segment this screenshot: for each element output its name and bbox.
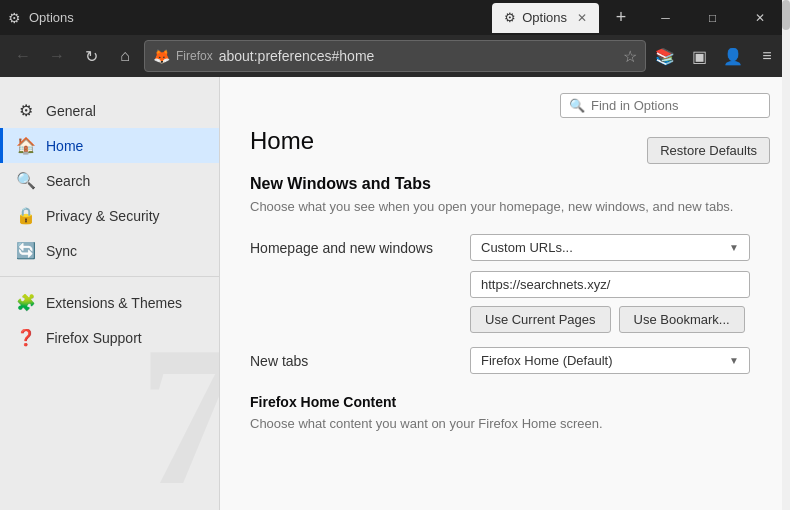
tab-close-button[interactable]: ✕ <box>577 11 587 25</box>
options-icon: ⚙ <box>8 10 21 26</box>
homepage-url-input[interactable] <box>470 271 750 298</box>
reload-button[interactable]: ↻ <box>76 41 106 71</box>
bookmark-star-icon[interactable]: ☆ <box>623 47 637 66</box>
use-current-pages-button[interactable]: Use Current Pages <box>470 306 611 333</box>
find-search-icon: 🔍 <box>569 98 585 113</box>
find-options-input[interactable] <box>591 98 761 113</box>
sync-icon: 🔄 <box>16 241 36 260</box>
options-tab[interactable]: ⚙ Options ✕ <box>492 3 599 33</box>
title-bar: ⚙ Options ⚙ Options ✕ + ─ □ ✕ <box>0 0 790 35</box>
profile-icon[interactable]: 👤 <box>718 41 748 71</box>
sidebar-item-label-privacy: Privacy & Security <box>46 208 160 224</box>
use-bookmark-button[interactable]: Use Bookmark... <box>619 306 745 333</box>
forward-button[interactable]: → <box>42 41 72 71</box>
window-controls: ─ □ ✕ <box>643 0 782 35</box>
homepage-label: Homepage and new windows <box>250 240 450 256</box>
sidebar-divider <box>0 276 219 277</box>
sidebar-item-home[interactable]: 🏠 Home <box>0 128 219 163</box>
homepage-dropdown-value: Custom URLs... <box>481 240 573 255</box>
nav-right-icons: 📚 ▣ 👤 ≡ <box>650 41 782 71</box>
back-button[interactable]: ← <box>8 41 38 71</box>
firefox-home-desc: Choose what content you want on your Fir… <box>250 416 760 431</box>
restore-defaults-button[interactable]: Restore Defaults <box>647 137 770 164</box>
search-icon: 🔍 <box>16 171 36 190</box>
tab-title: Options <box>522 10 567 25</box>
new-tabs-dropdown[interactable]: Firefox Home (Default) ▼ <box>470 347 750 374</box>
sidebar-item-label-sync: Sync <box>46 243 77 259</box>
url-input-row <box>470 271 760 298</box>
general-icon: ⚙ <box>16 101 36 120</box>
sidebar-item-label-support: Firefox Support <box>46 330 142 346</box>
url-bar[interactable]: 🦊 Firefox ☆ <box>144 40 646 72</box>
sidebar-item-support[interactable]: ❓ Firefox Support <box>0 320 219 355</box>
menu-button[interactable]: ≡ <box>752 41 782 71</box>
find-options-container[interactable]: 🔍 <box>560 93 770 118</box>
maximize-button[interactable]: □ <box>690 0 735 35</box>
homepage-row: Homepage and new windows Custom URLs... … <box>250 234 760 261</box>
new-tab-button[interactable]: + <box>607 4 635 32</box>
content-area: 🔍 Home Restore Defaults New Windows and … <box>220 77 790 510</box>
scrollbar-track <box>782 0 790 510</box>
dropdown-arrow-icon: ▼ <box>729 242 739 253</box>
new-windows-section-desc: Choose what you see when you open your h… <box>250 199 760 214</box>
url-input[interactable] <box>219 48 617 64</box>
sidebar-item-label-extensions: Extensions & Themes <box>46 295 182 311</box>
new-tabs-dropdown-value: Firefox Home (Default) <box>481 353 612 368</box>
tab-icon: ⚙ <box>504 10 516 25</box>
sidebar-item-label-search: Search <box>46 173 90 189</box>
lock-icon: 🔒 <box>16 206 36 225</box>
extensions-icon: 🧩 <box>16 293 36 312</box>
close-button[interactable]: ✕ <box>737 0 782 35</box>
homepage-btn-row: Use Current Pages Use Bookmark... <box>470 306 760 333</box>
find-options-bar: 🔍 <box>560 93 770 118</box>
sidebar-item-extensions[interactable]: 🧩 Extensions & Themes <box>0 285 219 320</box>
support-icon: ❓ <box>16 328 36 347</box>
firefox-logo-icon: 🦊 <box>153 48 170 64</box>
firefox-home-title: Firefox Home Content <box>250 394 760 410</box>
new-tabs-label: New tabs <box>250 353 450 369</box>
containers-icon[interactable]: ▣ <box>684 41 714 71</box>
sidebar-item-search[interactable]: 🔍 Search <box>0 163 219 198</box>
new-windows-section-title: New Windows and Tabs <box>250 175 760 193</box>
title-bar-title: Options <box>29 10 484 25</box>
sidebar-item-label-home: Home <box>46 138 83 154</box>
sidebar-item-general[interactable]: ⚙ General <box>0 93 219 128</box>
sidebar-item-sync[interactable]: 🔄 Sync <box>0 233 219 268</box>
minimize-button[interactable]: ─ <box>643 0 688 35</box>
new-tabs-dropdown-arrow-icon: ▼ <box>729 355 739 366</box>
home-icon: 🏠 <box>16 136 36 155</box>
nav-bar: ← → ↻ ⌂ 🦊 Firefox ☆ 📚 ▣ 👤 ≡ <box>0 35 790 77</box>
main-content: ⚙ General 🏠 Home 🔍 Search 🔒 Privacy & Se… <box>0 77 790 510</box>
bookmarks-icon[interactable]: 📚 <box>650 41 680 71</box>
scrollbar-thumb[interactable] <box>782 0 790 30</box>
new-tabs-row: New tabs Firefox Home (Default) ▼ <box>250 347 760 374</box>
sidebar-item-label-general: General <box>46 103 96 119</box>
firefox-home-section: Firefox Home Content Choose what content… <box>250 394 760 431</box>
sidebar-item-privacy[interactable]: 🔒 Privacy & Security <box>0 198 219 233</box>
homepage-dropdown[interactable]: Custom URLs... ▼ <box>470 234 750 261</box>
home-button[interactable]: ⌂ <box>110 41 140 71</box>
browser-label: Firefox <box>176 49 213 63</box>
sidebar: ⚙ General 🏠 Home 🔍 Search 🔒 Privacy & Se… <box>0 77 220 510</box>
